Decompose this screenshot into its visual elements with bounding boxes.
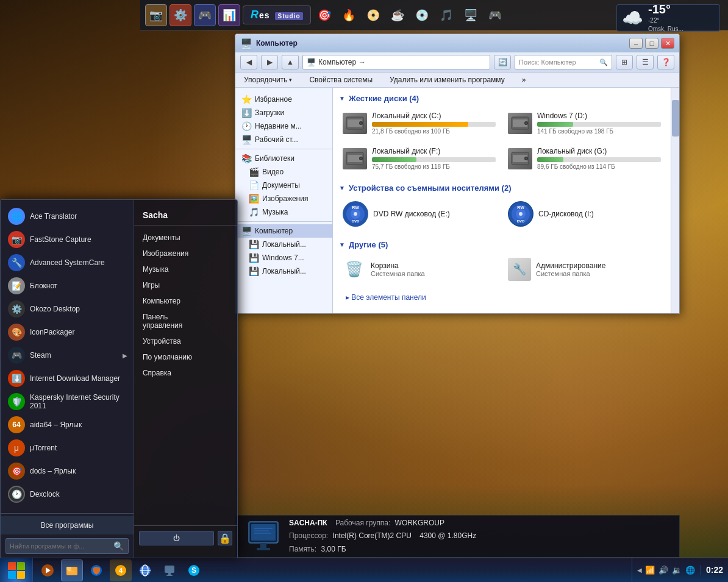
menu-uninstall[interactable]: Удалить или изменить программу <box>386 74 509 85</box>
sidebar-item-desktop[interactable]: 🖥️ Рабочий ст... <box>235 133 332 146</box>
app-notepad[interactable]: 📝 Блокнот <box>1 274 134 297</box>
forward-button[interactable]: ▶ <box>261 55 278 69</box>
sidebar-item-documents[interactable]: 📄 Документы <box>235 179 332 192</box>
right-item-computer[interactable]: Компьютер <box>134 294 237 308</box>
toolbar-icon-7[interactable]: 📀 <box>362 4 384 26</box>
sidebar-item-music[interactable]: 🎵 Музыка <box>235 205 332 219</box>
up-button[interactable]: ▲ <box>282 55 299 69</box>
toolbar-icon-2[interactable]: ⚙️ <box>170 4 191 26</box>
toolbar-icon-11[interactable]: 🖥️ <box>460 4 482 26</box>
right-item-user[interactable]: Sacha <box>134 207 237 225</box>
app-advanced-systemcare[interactable]: 🔧 Advanced SystemCare <box>1 251 134 274</box>
all-elements[interactable]: ▸ Все элементы панели <box>339 289 499 305</box>
recycle-bin[interactable]: 🗑️ Корзина Системная папка <box>339 254 499 285</box>
start-button[interactable] <box>0 558 33 583</box>
explorer-scrollbar[interactable] <box>671 88 679 313</box>
toolbar-icon-12[interactable]: 🎮 <box>484 4 506 26</box>
workgroup-label: Рабочая группа: <box>335 519 390 527</box>
toolbar-icon-10[interactable]: 🎵 <box>435 4 457 26</box>
sidebar-item-local-c[interactable]: 💾 Локальный... <box>235 238 332 251</box>
power-button[interactable]: ⏻ <box>139 531 214 545</box>
tray-icon-1[interactable]: 📶 <box>644 565 655 576</box>
taskbar-app4[interactable]: 4 <box>110 559 132 581</box>
toolbar-icon-4[interactable]: 📊 <box>218 4 240 26</box>
sidebar-item-computer[interactable]: 🖥️ Компьютер <box>235 224 332 238</box>
search-bar[interactable]: Поиск: Компьютер 🔍 <box>515 55 612 69</box>
right-item-help[interactable]: Справка <box>134 366 237 380</box>
menu-system-props[interactable]: Свойства системы <box>305 74 376 85</box>
taskbar-unknown-app[interactable] <box>159 559 180 581</box>
explorer-toolbar: ◀ ▶ ▲ 🖥️ Компьютер → 🔄 Поиск: Компьютер … <box>235 52 679 73</box>
sidebar-item-recent[interactable]: 🕐 Недавние м... <box>235 119 332 133</box>
app-aida64[interactable]: 64 aida64 – Ярлык <box>1 413 134 436</box>
svg-text:DVD: DVD <box>517 219 525 223</box>
right-item-devices[interactable]: Устройства <box>134 334 237 349</box>
refresh-button[interactable]: 🔄 <box>494 55 511 69</box>
music-icon: 🎵 <box>249 207 259 217</box>
toolbar-icon-1[interactable]: 📷 <box>145 4 167 26</box>
app-steam[interactable]: 🎮 Steam ▶ <box>1 344 134 367</box>
clock[interactable]: 0:22 <box>701 565 728 575</box>
drive-c[interactable]: Локальный диск (C:) 21,8 ГБ свободно из … <box>339 108 499 138</box>
app-ace-translator[interactable]: 🌐 Ace Translator <box>1 205 134 228</box>
taskbar-ie[interactable] <box>134 559 156 581</box>
address-bar[interactable]: 🖥️ Компьютер → <box>302 55 490 69</box>
right-item-music[interactable]: Музыка <box>134 262 237 277</box>
drive-g-icon <box>508 148 532 169</box>
menu-more[interactable]: » <box>518 74 530 85</box>
tray-expand[interactable]: ◀ <box>637 567 642 573</box>
sidebar-item-video[interactable]: 🎬 Видео <box>235 165 332 179</box>
app-iconpackager[interactable]: 🎨 IconPackager <box>1 321 134 344</box>
app-okozo[interactable]: ⚙️ Okozo Desktop <box>1 297 134 321</box>
toolbar-icon-5[interactable]: 🎯 <box>313 4 335 26</box>
toolbar-icon-3[interactable]: 🎮 <box>194 4 216 26</box>
sidebar-item-downloads[interactable]: ⬇️ Загрузки <box>235 106 332 119</box>
taskbar-explorer[interactable] <box>61 559 83 581</box>
admin-tools[interactable]: 🔧 Администрирование Системная папка <box>504 254 665 285</box>
right-item-control-panel[interactable]: Панельуправления <box>134 310 237 333</box>
drive-d[interactable]: Windows 7 (D:) 141 ГБ свободно из 198 ГБ <box>504 108 665 138</box>
back-button[interactable]: ◀ <box>240 55 257 69</box>
drive-f[interactable]: Локальный диск (F:) 75,7 ГБ свободно из … <box>339 143 499 174</box>
clock-icon: 🕐 <box>241 121 252 131</box>
toolbar-icon-6[interactable]: 🔥 <box>338 4 360 26</box>
search-input[interactable] <box>5 538 129 554</box>
tray-icon-network[interactable]: 🌐 <box>685 565 696 576</box>
right-item-images[interactable]: Изображения <box>134 246 237 261</box>
view-details-button[interactable]: ☰ <box>637 55 654 69</box>
sidebar-item-favorites[interactable]: ⭐ Избранное <box>235 93 332 106</box>
taskbar-skype[interactable]: S <box>183 559 205 581</box>
tray-icon-2[interactable]: 🔊 <box>658 565 669 576</box>
sidebar-item-images[interactable]: 🖼️ Изображения <box>235 192 332 205</box>
toolbar-icon-8[interactable]: ☕ <box>387 4 409 26</box>
close-button[interactable]: ✕ <box>661 38 674 49</box>
app-faststone[interactable]: 📷 FastStone Capture <box>1 228 134 251</box>
toolbar-icon-9[interactable]: 💿 <box>411 4 433 26</box>
app-kaspersky[interactable]: 🛡️ Kaspersky Internet Security 2011 <box>1 390 134 413</box>
sidebar-item-libraries[interactable]: 📚 Библиотеки <box>235 152 332 165</box>
taskbar-firefox[interactable] <box>85 559 107 581</box>
app-utorrent[interactable]: μ μTorrent <box>1 436 134 460</box>
app-idm[interactable]: ⬇️ Internet Download Manager <box>1 367 134 390</box>
taskbar-media-player[interactable] <box>37 559 59 581</box>
lock-button[interactable]: 🔒 <box>218 531 232 545</box>
app-dexclock[interactable]: 🕐 Dexclock <box>1 483 134 506</box>
sidebar-item-local-f[interactable]: 💾 Локальный... <box>235 264 332 278</box>
cd-drive[interactable]: RW DVD CD-дисковод (I:) <box>504 197 665 230</box>
right-item-games[interactable]: Игры <box>134 278 237 293</box>
scroll-thumb[interactable] <box>672 100 679 137</box>
view-icons-button[interactable]: ⊞ <box>616 55 633 69</box>
all-programs-button[interactable]: Все программы <box>1 516 134 534</box>
dvd-drive[interactable]: RW DVD DVD RW дисковод (E:) <box>339 197 499 230</box>
sidebar-item-win7d[interactable]: 💾 Windows 7... <box>235 251 332 264</box>
drive-g[interactable]: Локальный диск (G:) 89,6 ГБ свободно из … <box>504 143 665 174</box>
taskbar-apps: 4 S <box>33 558 632 582</box>
menu-organize[interactable]: Упорядочить ▾ <box>240 74 296 85</box>
right-item-documents[interactable]: Документы <box>134 230 237 245</box>
tray-icon-volume[interactable]: 🔉 <box>671 565 682 576</box>
app-dods[interactable]: 🎯 dods – Ярлык <box>1 460 134 483</box>
help-button[interactable]: ❓ <box>657 55 674 69</box>
minimize-button[interactable]: – <box>629 38 643 49</box>
right-item-defaults[interactable]: По умолчанию <box>134 350 237 364</box>
maximize-button[interactable]: □ <box>645 38 658 49</box>
